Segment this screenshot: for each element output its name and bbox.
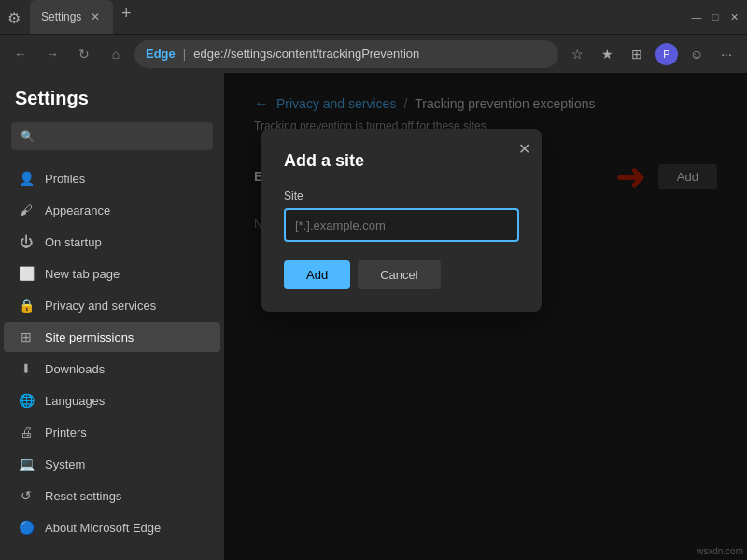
refresh-button[interactable]: ↻ bbox=[71, 41, 97, 67]
sidebar-title: Settings bbox=[0, 88, 224, 120]
forward-button[interactable]: → bbox=[39, 41, 65, 67]
settings-icon: ⚙ bbox=[7, 9, 22, 24]
new-tab-icon: ⬜ bbox=[19, 266, 34, 281]
address-bar: ← → ↻ ⌂ Edge | edge://settings/content/t… bbox=[0, 34, 747, 73]
profile-avatar: P bbox=[655, 43, 678, 65]
system-icon: 💻 bbox=[19, 456, 34, 471]
site-input-label: Site bbox=[284, 189, 519, 203]
reset-icon: ↺ bbox=[19, 488, 34, 503]
sidebar-label-downloads: Downloads bbox=[45, 362, 105, 376]
site-input[interactable] bbox=[284, 208, 519, 242]
sidebar-label-appearance: Appearance bbox=[45, 203, 110, 217]
settings-menu-icon[interactable]: ··· bbox=[713, 41, 740, 67]
back-button[interactable]: ← bbox=[7, 41, 34, 67]
sidebar-item-appearance[interactable]: 🖌 Appearance bbox=[4, 195, 220, 225]
sidebar-label-privacy: Privacy and services bbox=[45, 299, 156, 313]
appearance-icon: 🖌 bbox=[19, 203, 34, 217]
sidebar-item-privacy[interactable]: 🔒 Privacy and services bbox=[4, 290, 220, 320]
sidebar-label-site-permissions: Site permissions bbox=[45, 330, 134, 344]
tab-title: Settings bbox=[41, 10, 81, 23]
address-separator: | bbox=[183, 47, 186, 61]
new-tab-button[interactable]: + bbox=[113, 0, 139, 26]
sidebar-item-on-startup[interactable]: ⏻ On startup bbox=[4, 227, 220, 257]
modal-title: Add a site bbox=[284, 151, 519, 171]
sidebar-item-reset[interactable]: ↺ Reset settings bbox=[4, 481, 220, 511]
settings-tab[interactable]: Settings ✕ bbox=[30, 0, 113, 34]
startup-icon: ⏻ bbox=[19, 234, 34, 249]
maximize-button[interactable]: □ bbox=[710, 11, 721, 22]
sidebar-item-downloads[interactable]: ⬇ Downloads bbox=[4, 354, 220, 384]
printers-icon: 🖨 bbox=[19, 425, 34, 440]
sidebar-label-languages: Languages bbox=[45, 394, 105, 408]
collections-icon[interactable]: ⊞ bbox=[624, 41, 650, 67]
profile-icon[interactable]: P bbox=[654, 41, 680, 67]
sidebar-label-about: About Microsoft Edge bbox=[45, 521, 161, 535]
privacy-icon: 🔒 bbox=[19, 298, 34, 313]
toolbar-icons: ☆ ★ ⊞ P ☺ ··· bbox=[564, 41, 740, 67]
sidebar-label-new-tab: New tab page bbox=[45, 267, 120, 281]
reading-list-icon[interactable]: ★ bbox=[594, 41, 620, 67]
sidebar: Settings 🔍 👤 Profiles 🖌 Appearance ⏻ On … bbox=[0, 73, 224, 560]
edge-logo: Edge bbox=[146, 47, 176, 61]
sidebar-item-profiles[interactable]: 👤 Profiles bbox=[4, 163, 220, 193]
modal-add-button[interactable]: Add bbox=[284, 260, 350, 289]
close-button[interactable]: ✕ bbox=[728, 11, 740, 22]
site-permissions-icon: ⊞ bbox=[19, 329, 34, 344]
add-site-modal: ✕ Add a site Site Add Cancel bbox=[261, 129, 542, 312]
title-bar: ⚙ Settings ✕ + — □ ✕ bbox=[0, 0, 747, 34]
sidebar-label-reset: Reset settings bbox=[45, 489, 121, 503]
tab-bar: Settings ✕ + bbox=[30, 0, 684, 34]
home-button[interactable]: ⌂ bbox=[103, 41, 129, 67]
modal-close-button[interactable]: ✕ bbox=[518, 140, 530, 158]
window-controls: — □ ✕ bbox=[691, 11, 740, 22]
emoji-icon[interactable]: ☺ bbox=[684, 41, 710, 67]
sidebar-label-printers: Printers bbox=[45, 426, 87, 440]
sidebar-item-new-tab[interactable]: ⬜ New tab page bbox=[4, 259, 220, 288]
languages-icon: 🌐 bbox=[19, 393, 34, 408]
sidebar-item-languages[interactable]: 🌐 Languages bbox=[4, 385, 220, 415]
modal-buttons: Add Cancel bbox=[284, 260, 519, 289]
search-icon: 🔍 bbox=[21, 130, 35, 143]
favorites-star-icon[interactable]: ☆ bbox=[564, 41, 590, 67]
sidebar-label-on-startup: On startup bbox=[45, 235, 102, 249]
about-icon: 🔵 bbox=[19, 520, 34, 535]
sidebar-search[interactable]: 🔍 bbox=[11, 122, 213, 150]
sidebar-label-system: System bbox=[45, 457, 85, 471]
sidebar-item-about[interactable]: 🔵 About Microsoft Edge bbox=[4, 512, 220, 542]
tab-close-icon[interactable]: ✕ bbox=[89, 8, 102, 25]
profiles-icon: 👤 bbox=[19, 171, 34, 186]
modal-overlay: ✕ Add a site Site Add Cancel bbox=[224, 73, 747, 560]
watermark: wsxdn.com bbox=[697, 546, 743, 556]
sidebar-item-system[interactable]: 💻 System bbox=[4, 449, 220, 479]
content-area: ← Privacy and services / Tracking preven… bbox=[224, 73, 747, 560]
downloads-icon: ⬇ bbox=[19, 361, 34, 376]
modal-cancel-button[interactable]: Cancel bbox=[358, 260, 440, 289]
sidebar-item-site-permissions[interactable]: ⊞ Site permissions bbox=[4, 322, 220, 352]
main-layout: Settings 🔍 👤 Profiles 🖌 Appearance ⏻ On … bbox=[0, 73, 747, 560]
sidebar-item-printers[interactable]: 🖨 Printers bbox=[4, 417, 220, 447]
address-bar-input[interactable]: Edge | edge://settings/content/trackingP… bbox=[134, 40, 558, 68]
sidebar-label-profiles: Profiles bbox=[45, 172, 85, 186]
minimize-button[interactable]: — bbox=[691, 11, 702, 22]
address-text: edge://settings/content/trackingPreventi… bbox=[193, 47, 419, 61]
